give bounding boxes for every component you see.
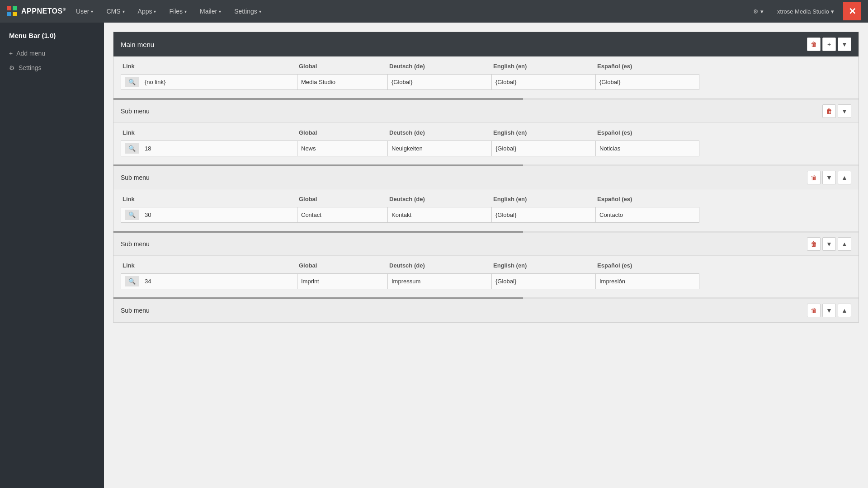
s3-espanol-value: Impresión xyxy=(599,278,625,285)
main-menu-delete-button[interactable]: 🗑 xyxy=(807,38,821,51)
submenu-1-down-button[interactable]: ▼ xyxy=(838,104,851,118)
submenu-3-up-button[interactable]: ▲ xyxy=(838,237,851,251)
s1-english-cell: {Global} xyxy=(491,141,595,156)
s3-link-cell: 🔍 34 xyxy=(121,273,297,289)
nav-mailer[interactable]: Mailer ▾ xyxy=(194,5,226,18)
add-icon: + xyxy=(9,50,13,57)
main-menu-english-cell: {Global} xyxy=(491,74,595,90)
s2-col-deutsch: Deutsch (de) xyxy=(387,196,491,202)
col-global: Global xyxy=(297,63,387,70)
s3-english-value: {Global} xyxy=(495,278,516,285)
submenu-2-down-button[interactable]: ▼ xyxy=(822,171,836,184)
s1-col-espanol: Español (es) xyxy=(595,129,699,136)
submenu-2-title: Sub menu xyxy=(121,174,150,181)
main-menu-header: Main menu 🗑 + ▼ xyxy=(113,32,859,56)
s1-deutsch-cell: Neuigkeiten xyxy=(387,141,491,156)
logo-squares xyxy=(7,6,18,17)
main-menu-link-search-btn[interactable]: 🔍 xyxy=(125,77,139,87)
s2-col-espanol: Español (es) xyxy=(595,196,699,202)
submenu-2-row: 🔍 30 Contact Kontakt {Global} xyxy=(121,207,851,223)
main-menu-deutsch-cell: {Global} xyxy=(387,74,491,90)
submenu-1-body: Link Global Deutsch (de) English (en) Es… xyxy=(113,123,859,164)
logo-sq-red xyxy=(7,6,11,10)
s2-global-cell: Contact xyxy=(297,207,387,223)
main-menu-col-headers: Link Global Deutsch (de) English (en) Es… xyxy=(121,63,851,71)
submenu-4-down-button[interactable]: ▼ xyxy=(822,304,836,317)
submenu-1-header: Sub menu 🗑 ▼ xyxy=(113,100,859,123)
s2-link-search-btn[interactable]: 🔍 xyxy=(125,210,139,220)
s2-col-english: English (en) xyxy=(491,196,595,202)
main-menu-title: Main menu xyxy=(121,41,154,48)
submenu-3-down-button[interactable]: ▼ xyxy=(822,237,836,251)
main-menu-add-button[interactable]: + xyxy=(822,38,836,51)
user-caret: ▾ xyxy=(91,9,93,14)
sidebar-item-add-menu[interactable]: + Add menu xyxy=(0,46,104,61)
main-menu-row: 🔍 {no link} Media Studio {Global} {Globa… xyxy=(121,74,851,90)
submenu-3-actions: 🗑 ▼ ▲ xyxy=(807,237,851,251)
logo-sq-yellow xyxy=(13,12,17,16)
s3-link-search-btn[interactable]: 🔍 xyxy=(125,276,139,286)
submenu-1-delete-button[interactable]: 🗑 xyxy=(822,104,836,118)
s1-col-deutsch: Deutsch (de) xyxy=(387,129,491,136)
s3-link-value: 34 xyxy=(142,278,151,285)
submenu-2-col-headers: Link Global Deutsch (de) English (en) Es… xyxy=(121,196,851,204)
submenu-3: Sub menu 🗑 ▼ ▲ Link Global Deutsch (de) … xyxy=(113,233,859,297)
s1-global-cell: News xyxy=(297,141,387,156)
nav-settings[interactable]: Settings ▾ xyxy=(229,5,267,18)
s1-col-english: English (en) xyxy=(491,129,595,136)
cms-caret: ▾ xyxy=(123,9,125,14)
s1-link-cell: 🔍 18 xyxy=(121,141,297,156)
layout: Menu Bar (1.0) + Add menu ⚙ Settings Mai… xyxy=(0,23,868,488)
s1-link-search-btn[interactable]: 🔍 xyxy=(125,143,139,154)
nav-cms[interactable]: CMS ▾ xyxy=(101,5,130,18)
s1-english-value: {Global} xyxy=(495,145,516,152)
gear-icon: ⚙ xyxy=(753,8,759,15)
submenu-2-delete-button[interactable]: 🗑 xyxy=(807,171,821,184)
s2-col-link: Link xyxy=(121,196,297,202)
s3-espanol-cell: Impresión xyxy=(595,273,699,289)
sidebar-item-settings[interactable]: ⚙ Settings xyxy=(0,61,104,75)
s2-col-global: Global xyxy=(297,196,387,202)
main-menu-actions: 🗑 + ▼ xyxy=(807,38,851,51)
main-menu-down-button[interactable]: ▼ xyxy=(838,38,851,51)
submenu-2-up-button[interactable]: ▲ xyxy=(838,171,851,184)
s3-global-value: Imprint xyxy=(301,278,319,285)
s3-col-deutsch: Deutsch (de) xyxy=(387,262,491,269)
nav-apps[interactable]: Apps ▾ xyxy=(132,5,162,18)
gear-button[interactable]: ⚙ ▾ xyxy=(749,5,768,18)
s3-col-link: Link xyxy=(121,262,297,269)
submenu-3-header: Sub menu 🗑 ▼ ▲ xyxy=(113,233,859,256)
s2-deutsch-cell: Kontakt xyxy=(387,207,491,223)
main-menu-link-value: {no link} xyxy=(142,79,165,85)
main-menu-global-value: Media Studio xyxy=(301,79,335,85)
main-content: Main menu 🗑 + ▼ Link Global Deutsch (de)… xyxy=(104,23,868,488)
nav-user[interactable]: User ▾ xyxy=(71,5,99,18)
submenu-3-title: Sub menu xyxy=(121,240,150,248)
submenu-3-delete-button[interactable]: 🗑 xyxy=(807,237,821,251)
submenu-4-title: Sub menu xyxy=(121,307,150,314)
submenu-4-delete-button[interactable]: 🗑 xyxy=(807,304,821,317)
close-button[interactable]: ✕ xyxy=(843,2,861,20)
apps-caret: ▾ xyxy=(154,9,156,14)
submenu-1-title: Sub menu xyxy=(121,108,150,115)
app-logo: APPNETOS® xyxy=(7,6,66,17)
main-menu-body: Link Global Deutsch (de) English (en) Es… xyxy=(113,56,859,98)
submenu-2-header: Sub menu 🗑 ▼ ▲ xyxy=(113,166,859,189)
main-menu-english-value: {Global} xyxy=(495,79,516,85)
s3-deutsch-cell: Impressum xyxy=(387,273,491,289)
studio-caret: ▾ xyxy=(831,8,834,15)
main-menu-link-cell: 🔍 {no link} xyxy=(121,74,297,90)
submenu-3-row: 🔍 34 Imprint Impressum {Global} xyxy=(121,273,851,289)
nav-files[interactable]: Files ▾ xyxy=(164,5,192,18)
nav-items: User ▾ CMS ▾ Apps ▾ Files ▾ Mailer ▾ Set… xyxy=(71,5,267,18)
col-english: English (en) xyxy=(491,63,595,70)
submenu-1: Sub menu 🗑 ▼ Link Global Deutsch (de) En… xyxy=(113,100,859,164)
studio-label[interactable]: xtrose Media Studio ▾ xyxy=(773,5,839,18)
s3-col-espanol: Español (es) xyxy=(595,262,699,269)
s1-col-link: Link xyxy=(121,129,297,136)
s1-col-global: Global xyxy=(297,129,387,136)
submenu-4-up-button[interactable]: ▲ xyxy=(838,304,851,317)
main-menu-espanol-cell: {Global} xyxy=(595,74,699,90)
main-menu-espanol-value: {Global} xyxy=(599,79,620,85)
s2-english-cell: {Global} xyxy=(491,207,595,223)
